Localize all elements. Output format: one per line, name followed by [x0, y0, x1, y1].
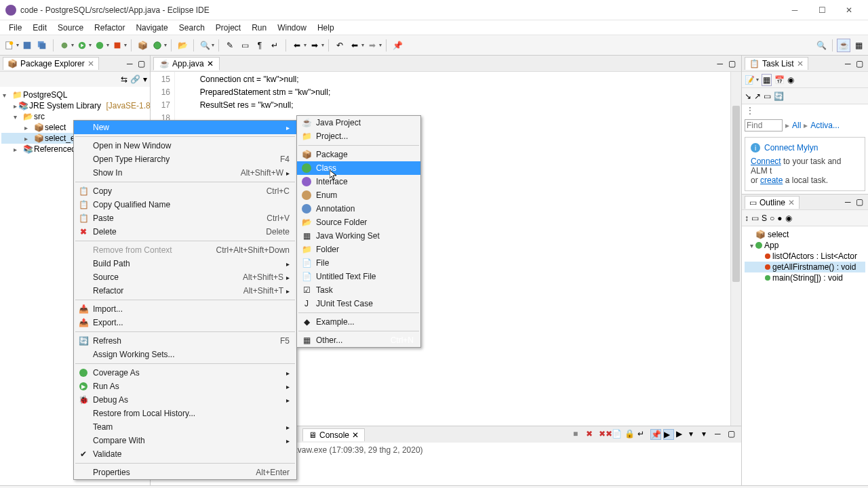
close-icon[interactable]: ✕	[788, 198, 795, 207]
sort-icon[interactable]: ↕	[745, 214, 749, 223]
perspective-open-button[interactable]: ▦	[852, 39, 865, 52]
menu-item-copy[interactable]: 📋CopyCtrl+C	[74, 184, 296, 198]
menu-item-run-as[interactable]: ▶Run As▸	[74, 380, 296, 393]
menu-item-open-in-new-window[interactable]: Open in New Window	[74, 139, 296, 152]
menu-item-compare-with[interactable]: Compare With▸	[74, 434, 296, 447]
maximize-editor-icon[interactable]: ▢	[726, 59, 738, 68]
menu-item-class[interactable]: Class	[297, 161, 420, 175]
menu-item-build-path[interactable]: Build Path▸	[74, 257, 296, 270]
hide-fields-icon[interactable]: ▭	[751, 214, 759, 223]
menu-item-untitled-text-file[interactable]: 📄Untitled Text File	[297, 270, 420, 283]
hide-local-icon[interactable]: ●	[777, 214, 782, 223]
menu-item-validate[interactable]: ✔Validate	[74, 447, 296, 461]
minimize-editor-icon[interactable]: ─	[714, 59, 726, 68]
menu-item-junit-test-case[interactable]: JJUnit Test Case	[297, 297, 420, 310]
sync-icon[interactable]: 🔄	[774, 92, 784, 101]
menu-item-package[interactable]: 📦Package	[297, 148, 420, 161]
menu-item-java-working-set[interactable]: ▦Java Working Set	[297, 229, 420, 243]
outline-tab[interactable]: ▭ Outline ✕	[745, 196, 800, 209]
whitespace-button[interactable]: ¶	[253, 39, 267, 52]
new-task-icon[interactable]: 📝	[745, 75, 755, 85]
perspective-java-button[interactable]: ☕	[837, 39, 850, 52]
menu-item-example[interactable]: ◆Example...	[297, 315, 420, 329]
close-icon[interactable]: ✕	[352, 430, 359, 440]
menu-item-import[interactable]: 📥Import...	[74, 302, 296, 316]
menu-item-annotation[interactable]: Annotation	[297, 202, 420, 216]
tree-pkg-select-e[interactable]: select_e	[45, 134, 75, 143]
menu-item-task[interactable]: ☑Task	[297, 283, 420, 297]
editor-tab[interactable]: ☕ App.java ✕	[153, 57, 220, 70]
menu-file[interactable]: File	[4, 22, 26, 34]
search-button[interactable]: 🔍	[198, 39, 212, 52]
menu-search[interactable]: Search	[174, 22, 210, 34]
saveall-button[interactable]	[35, 39, 49, 52]
new-button[interactable]	[3, 39, 16, 52]
menu-source[interactable]: Source	[53, 22, 88, 34]
find-input[interactable]	[745, 119, 783, 131]
menu-refactor[interactable]: Refactor	[90, 22, 130, 34]
menu-item-source-folder[interactable]: 📂Source Folder	[297, 216, 420, 229]
connect-link[interactable]: Connect	[751, 157, 781, 166]
categorized-icon[interactable]: ▦	[762, 74, 772, 86]
tree-jre[interactable]: JRE System Library	[29, 101, 101, 110]
menu-item-restore-from-local-history[interactable]: Restore from Local History...	[74, 407, 296, 420]
min-icon[interactable]: ─	[845, 197, 854, 207]
menu-item-show-in[interactable]: Show InAlt+Shift+W▸	[74, 166, 296, 180]
menu-item-interface[interactable]: Interface	[297, 175, 420, 188]
new-class-button[interactable]	[151, 39, 164, 52]
last-edit-button[interactable]: ↶	[333, 39, 347, 52]
quick-access-button[interactable]: 🔍	[814, 39, 828, 52]
expand-icon[interactable]: ↗	[754, 92, 761, 101]
close-icon[interactable]: ✕	[207, 59, 214, 68]
show-on-out-icon[interactable]: ▶	[663, 429, 674, 440]
toggle-mark-button[interactable]: ✎	[223, 39, 237, 52]
focus-icon[interactable]: ◉	[787, 75, 794, 85]
menu-item-java-project[interactable]: ☕Java Project	[297, 116, 420, 129]
menu-item-open-type-hierarchy[interactable]: Open Type HierarchyF4	[74, 152, 296, 166]
show-on-err-icon[interactable]: ▶	[676, 429, 687, 440]
min-icon[interactable]: ─	[845, 59, 854, 68]
menu-item-folder[interactable]: 📁Folder	[297, 243, 420, 256]
menu-item-file[interactable]: 📄File	[297, 256, 420, 270]
menu-item-paste[interactable]: 📋PasteCtrl+V	[74, 211, 296, 225]
max-console-icon[interactable]: ▢	[728, 429, 738, 440]
tree-project[interactable]: PostgreSQL	[23, 90, 67, 100]
console-tab[interactable]: 🖥 Console ✕	[302, 428, 365, 441]
block-sel-button[interactable]: ▭	[238, 39, 252, 52]
menu-run[interactable]: Run	[247, 22, 271, 34]
pin-button[interactable]: 📌	[391, 39, 404, 52]
coverage-button[interactable]	[93, 39, 106, 52]
menu-item-assign-working-sets[interactable]: Assign Working Sets...	[74, 348, 296, 361]
max-icon[interactable]: ▢	[856, 197, 865, 207]
view-menu-icon[interactable]: ▾	[143, 75, 147, 84]
menu-item-copy-qualified-name[interactable]: 📋Copy Qualified Name	[74, 198, 296, 211]
vertical-scrollbar[interactable]	[730, 72, 741, 426]
collapse-icon[interactable]: ↘	[745, 92, 751, 101]
max-icon[interactable]: ▢	[856, 59, 865, 68]
menu-item-refactor[interactable]: RefactorAlt+Shift+T▸	[74, 284, 296, 298]
hide-static-icon[interactable]: S	[762, 214, 767, 223]
package-explorer-tab[interactable]: 📦 Package Explorer ✕	[3, 57, 99, 70]
menu-item-refresh[interactable]: 🔄RefreshF5	[74, 334, 296, 348]
scheduled-icon[interactable]: 📅	[774, 75, 785, 85]
min-console-icon[interactable]: ─	[715, 429, 726, 440]
menu-item-delete[interactable]: ✖DeleteDelete	[74, 225, 296, 239]
back-button[interactable]: ⬅	[348, 39, 361, 52]
tree-src[interactable]: src	[34, 112, 45, 121]
menu-item-source[interactable]: SourceAlt+Shift+S▸	[74, 270, 296, 284]
annotation-next-button[interactable]: ➡	[308, 39, 321, 52]
open-console-icon[interactable]: ▾	[702, 429, 713, 440]
menu-item-team[interactable]: Team▸	[74, 420, 296, 434]
activate-link[interactable]: Activa...	[810, 121, 840, 130]
menu-edit[interactable]: Edit	[28, 22, 52, 34]
new-package-button[interactable]: 📦	[136, 39, 149, 52]
clear-console-icon[interactable]: 📄	[612, 429, 623, 440]
display-selected-icon[interactable]: ▾	[689, 429, 700, 440]
close-icon[interactable]: ✕	[797, 59, 804, 68]
all-link[interactable]: All	[792, 121, 801, 130]
forward-button[interactable]: ➡	[366, 39, 379, 52]
debug-button[interactable]	[58, 39, 71, 52]
minimize-button[interactable]: ─	[781, 1, 808, 20]
terminate-icon[interactable]: ■	[573, 429, 584, 440]
menu-item-properties[interactable]: PropertiesAlt+Enter	[74, 466, 296, 479]
